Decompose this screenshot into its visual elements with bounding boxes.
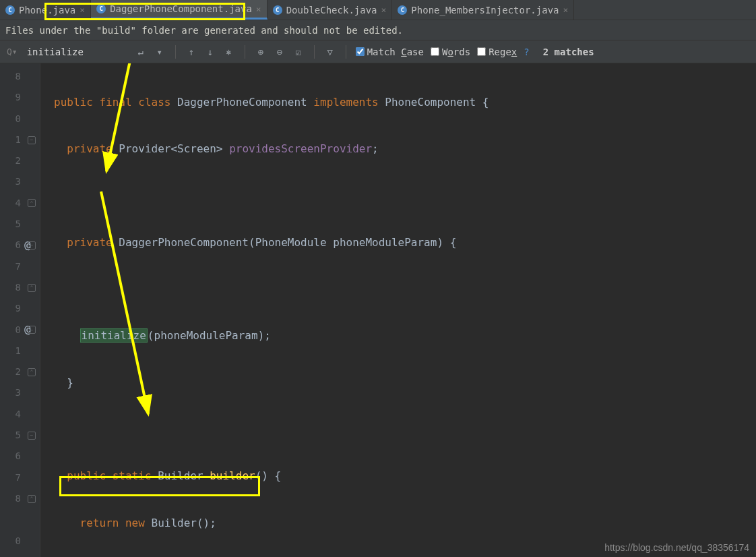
fold-icon[interactable]: ⌃ xyxy=(28,199,36,207)
line-number: 0 xyxy=(0,109,40,129)
line-number xyxy=(0,552,40,557)
close-icon[interactable]: × xyxy=(80,5,85,15)
line-number: 5− xyxy=(0,425,40,446)
tab-label: Phone_MembersInjector.java xyxy=(411,5,559,16)
close-icon[interactable]: × xyxy=(381,5,387,15)
tab-label: DoubleCheck.java xyxy=(286,5,377,16)
find-bar: Q▾ ↵ ▾ ↑ ↓ ⎈ ⊕ ⊖ ☑ ▽ Match Case Words Re… xyxy=(0,40,756,63)
line-number: 9 xyxy=(0,298,40,319)
enter-icon[interactable]: ↵ xyxy=(135,47,147,57)
close-icon[interactable]: × xyxy=(256,4,261,14)
generated-file-banner: Files under the "build" folder are gener… xyxy=(0,20,756,40)
fold-icon[interactable]: − xyxy=(28,432,36,440)
regex-checkbox[interactable]: Regex xyxy=(477,47,517,57)
regex-label: Regex xyxy=(489,47,517,57)
tab-label: DaggerPhoneComponent.java xyxy=(110,3,252,14)
fold-icon[interactable]: ⌃ xyxy=(28,284,36,292)
line-number: 3 xyxy=(0,382,40,403)
match-case-label: Match Case xyxy=(367,47,424,57)
tab-phone-java[interactable]: C Phone.java × xyxy=(0,0,91,20)
fold-icon[interactable]: ⌃ xyxy=(28,495,36,503)
banner-text: Files under the "build" folder are gener… xyxy=(5,25,403,36)
toggle-icon[interactable]: ☑ xyxy=(292,47,305,57)
tab-bar: C Phone.java × C DaggerPhoneComponent.ja… xyxy=(0,0,756,20)
watermark: https://blog.csdn.net/qq_38356174 xyxy=(604,542,749,553)
words-input[interactable] xyxy=(431,47,439,56)
java-class-icon: C xyxy=(5,5,15,15)
select-all-icon[interactable]: ⎈ xyxy=(223,47,235,57)
tab-phone-membersinjector-java[interactable]: C Phone_MembersInjector.java × xyxy=(392,0,574,20)
line-number: 1− xyxy=(0,129,40,150)
find-help-icon[interactable]: ? xyxy=(524,47,529,57)
dropdown-icon[interactable]: ▾ xyxy=(154,47,166,57)
search-input[interactable] xyxy=(27,47,128,57)
line-number: 8⌃ xyxy=(0,488,40,509)
line-number: 7 xyxy=(0,467,40,488)
search-icon: Q▾ xyxy=(4,47,20,57)
add-selection-icon[interactable]: ⊕ xyxy=(255,47,267,57)
line-number: 4 xyxy=(0,404,40,425)
java-class-icon: C xyxy=(96,4,106,13)
code-area[interactable]: public final class DaggerPhoneComponent … xyxy=(40,63,756,557)
match-case-input[interactable] xyxy=(356,47,365,56)
line-number: 8 xyxy=(0,66,40,87)
line-number xyxy=(0,509,40,530)
fold-icon[interactable]: − xyxy=(28,326,36,334)
search-highlight: initialize xyxy=(80,328,148,343)
find-match-count: 2 matches xyxy=(543,47,594,57)
line-number: 7 xyxy=(0,256,40,277)
words-checkbox[interactable]: Words xyxy=(431,47,470,57)
line-number: 2⌃ xyxy=(0,361,40,382)
line-number: 5 xyxy=(0,214,40,235)
fold-icon[interactable]: − xyxy=(28,241,36,250)
code-editor[interactable]: 8 9 0 1− 2 3 4⌃ 5 6@− 7 8⌃ 9 0@− 1 2⌃ 3 … xyxy=(0,63,756,557)
java-class-icon: C xyxy=(273,5,282,15)
tab-doublecheck-java[interactable]: C DoubleCheck.java × xyxy=(267,0,393,20)
close-icon[interactable]: × xyxy=(563,5,569,15)
line-number: 9 xyxy=(0,87,40,108)
line-number: 8⌃ xyxy=(0,277,40,298)
words-label: Words xyxy=(442,47,470,57)
line-number: 2 xyxy=(0,150,40,171)
line-number: 0 xyxy=(0,531,40,552)
prev-match-icon[interactable]: ↑ xyxy=(185,47,197,57)
tab-daggerphonecomponent-java[interactable]: C DaggerPhoneComponent.java × xyxy=(91,0,267,20)
line-number: 6 xyxy=(0,446,40,467)
remove-selection-icon[interactable]: ⊖ xyxy=(274,47,286,57)
match-case-checkbox[interactable]: Match Case xyxy=(356,47,424,57)
java-class-icon: C xyxy=(398,5,407,15)
fold-icon[interactable]: ⌃ xyxy=(28,368,36,376)
line-number: 1 xyxy=(0,341,40,361)
gutter: 8 9 0 1− 2 3 4⌃ 5 6@− 7 8⌃ 9 0@− 1 2⌃ 3 … xyxy=(0,63,40,557)
next-match-icon[interactable]: ↓ xyxy=(204,47,216,57)
filter-icon[interactable]: ▽ xyxy=(324,47,336,57)
tab-label: Phone.java xyxy=(19,5,75,16)
line-number: 3 xyxy=(0,171,40,192)
line-number: 0@− xyxy=(0,320,40,341)
fold-icon[interactable]: − xyxy=(28,136,36,144)
regex-input[interactable] xyxy=(477,47,486,56)
line-number: 4⌃ xyxy=(0,193,40,214)
line-number: 6@− xyxy=(0,235,40,256)
